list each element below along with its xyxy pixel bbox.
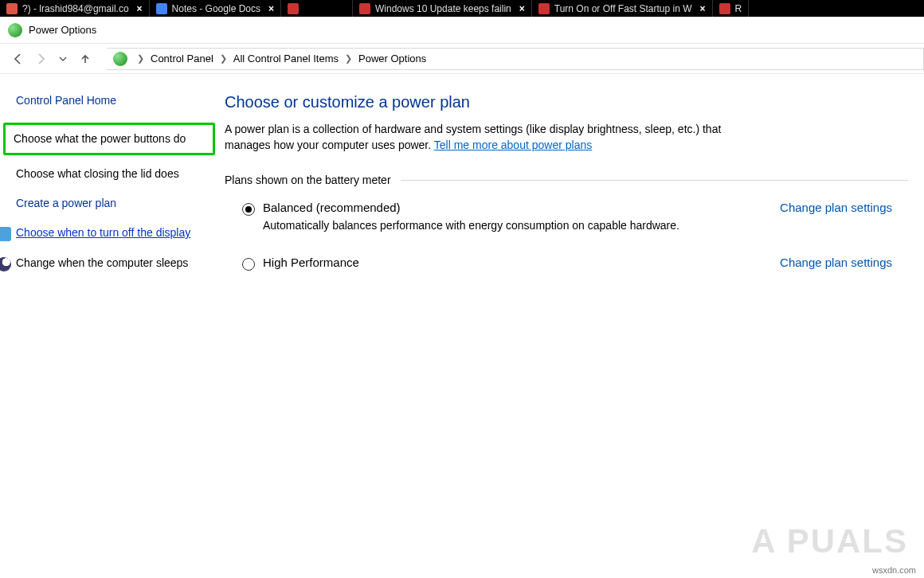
- tab-favicon: [719, 3, 730, 14]
- tab-favicon: [156, 3, 167, 14]
- choose-power-buttons-link[interactable]: Choose what the power buttons do: [14, 131, 205, 146]
- turn-off-display-link[interactable]: Choose when to turn off the display: [16, 225, 190, 240]
- up-button[interactable]: [76, 50, 94, 68]
- close-icon[interactable]: ×: [268, 3, 274, 14]
- main-panel: Choose or customize a power plan A power…: [206, 74, 924, 578]
- page-description: A power plan is a collection of hardware…: [225, 121, 766, 153]
- change-plan-settings-link[interactable]: Change plan settings: [780, 256, 892, 269]
- monitor-icon: [0, 227, 11, 241]
- learn-more-link[interactable]: Tell me more about power plans: [434, 139, 592, 151]
- power-plan-row: High Performance Change plan settings: [225, 251, 908, 275]
- plan-description: Automatically balances performance with …: [263, 219, 764, 232]
- breadcrumb-item[interactable]: Control Panel: [147, 49, 217, 68]
- radio-balanced[interactable]: [242, 203, 255, 216]
- close-icon[interactable]: ×: [519, 3, 525, 14]
- browser-tab[interactable]: ?) - lrashid984@gmail.co ×: [0, 0, 150, 17]
- tab-label: Windows 10 Update keeps failin: [375, 3, 511, 14]
- control-panel-home-link[interactable]: Control Panel Home: [16, 93, 191, 108]
- chevron-right-icon[interactable]: ❯: [134, 53, 147, 64]
- tab-label: Turn On or Off Fast Startup in W: [554, 3, 692, 14]
- browser-tab[interactable]: [281, 0, 353, 17]
- browser-tab[interactable]: R: [713, 0, 750, 17]
- back-button[interactable]: [10, 50, 27, 68]
- tab-favicon: [359, 3, 370, 14]
- radio-high-performance[interactable]: [242, 258, 255, 271]
- create-power-plan-link[interactable]: Create a power plan: [16, 196, 191, 211]
- section-title: Plans shown on the battery meter: [225, 174, 391, 186]
- page-title: Choose or customize a power plan: [225, 93, 908, 111]
- sidebar: Control Panel Home Choose what the power…: [0, 74, 206, 578]
- highlighted-selection: Choose what the power buttons do: [3, 123, 215, 155]
- tab-label: R: [735, 3, 742, 14]
- chevron-right-icon[interactable]: ❯: [342, 53, 355, 64]
- tab-label: ?) - lrashid984@gmail.co: [22, 3, 129, 14]
- explorer-navbar: ❯ Control Panel ❯ All Control Panel Item…: [0, 44, 924, 74]
- tab-favicon: [288, 3, 299, 14]
- window-title: Power Options: [29, 24, 96, 36]
- tab-favicon: [6, 3, 18, 14]
- power-plan-row: Balanced (recommended) Automatically bal…: [225, 196, 908, 236]
- address-bar[interactable]: ❯ Control Panel ❯ All Control Panel Item…: [107, 48, 924, 70]
- change-plan-settings-link[interactable]: Change plan settings: [780, 201, 892, 214]
- source-note: wsxdn.com: [872, 565, 916, 575]
- plan-name[interactable]: High Performance: [263, 256, 764, 269]
- close-icon[interactable]: ×: [700, 3, 706, 14]
- breadcrumb-item[interactable]: All Control Panel Items: [230, 49, 342, 68]
- tab-favicon: [538, 3, 550, 14]
- browser-tab[interactable]: Notes - Google Docs ×: [150, 0, 281, 17]
- choose-closing-lid-link[interactable]: Choose what closing the lid does: [16, 166, 191, 182]
- close-icon[interactable]: ×: [137, 3, 143, 14]
- watermark-logo: A PUALS: [751, 522, 908, 560]
- moon-icon: [0, 257, 11, 271]
- browser-tab[interactable]: Turn On or Off Fast Startup in W ×: [532, 0, 713, 17]
- recent-locations-button[interactable]: [54, 50, 72, 68]
- forward-button[interactable]: [32, 50, 49, 68]
- window-titlebar: Power Options: [0, 17, 924, 44]
- browser-tab-strip: ?) - lrashid984@gmail.co × Notes - Googl…: [0, 0, 924, 17]
- plan-name[interactable]: Balanced (recommended): [263, 201, 764, 214]
- chevron-right-icon[interactable]: ❯: [217, 53, 230, 64]
- power-options-icon: [8, 23, 22, 37]
- power-options-icon: [113, 52, 127, 66]
- plans-section-header: Plans shown on the battery meter: [225, 174, 908, 186]
- change-sleep-link[interactable]: Change when the computer sleeps: [16, 256, 188, 271]
- divider: [401, 180, 908, 181]
- breadcrumb-item[interactable]: Power Options: [355, 49, 429, 68]
- content-area: Control Panel Home Choose what the power…: [0, 74, 924, 578]
- browser-tab[interactable]: Windows 10 Update keeps failin ×: [353, 0, 532, 17]
- tab-label: Notes - Google Docs: [172, 3, 260, 14]
